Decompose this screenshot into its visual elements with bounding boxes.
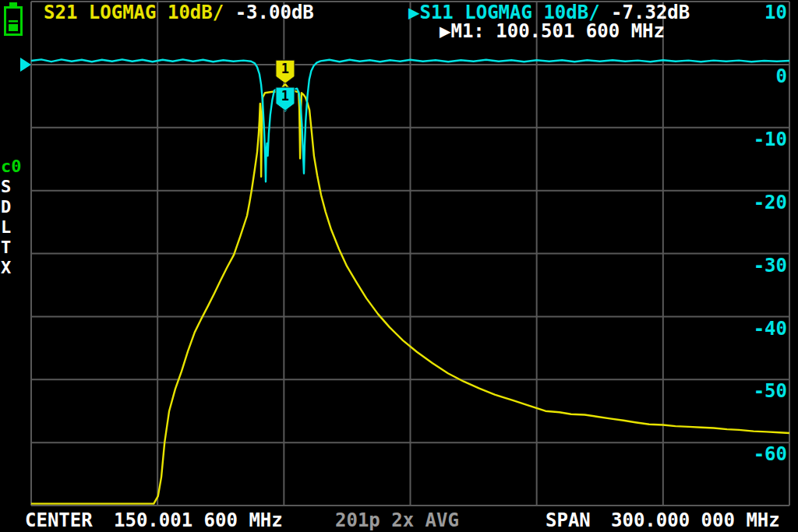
cal-flag: T bbox=[1, 238, 22, 258]
cal-flag: S bbox=[1, 177, 22, 197]
y-axis-label: -40 bbox=[754, 319, 787, 338]
s11-reference-marker-icon bbox=[20, 58, 31, 72]
trace-s21-status[interactable]: S21 LOGMAG 10dB/ -3.00dB bbox=[44, 3, 314, 22]
cal-flag: D bbox=[1, 197, 22, 217]
center-frequency-label[interactable]: CENTER bbox=[25, 511, 93, 530]
y-axis-label: -20 bbox=[754, 193, 787, 212]
cal-flag: L bbox=[1, 217, 22, 238]
center-frequency-value[interactable]: 150.001 600 MHz bbox=[114, 511, 283, 530]
battery-icon bbox=[3, 2, 26, 39]
y-axis-label: 10 bbox=[764, 3, 787, 22]
cal-flag: X bbox=[1, 258, 22, 278]
trace-s21-marker-value: -3.00dB bbox=[235, 2, 314, 23]
marker-flag-number: 1 bbox=[281, 61, 289, 76]
marker-flag-number: 1 bbox=[281, 88, 289, 104]
cal-slot: c0 bbox=[1, 157, 22, 177]
nanovna-screen: 11 S21 LOGMAG 10dB/ -3.00dB ▶S11 LOGMAG … bbox=[0, 0, 798, 532]
y-axis-label: 0 bbox=[776, 67, 787, 86]
y-axis-label: -10 bbox=[754, 130, 787, 149]
marker-readout[interactable]: ▶M1: 100.501 600 MHz bbox=[440, 22, 665, 41]
trace-s11-status[interactable]: ▶S11 LOGMAG 10dB/ -7.32dB bbox=[408, 3, 690, 22]
plot-area[interactable]: 11 bbox=[0, 0, 798, 532]
sweep-info: 201p 2x AVG bbox=[335, 511, 459, 530]
cal-status: c0 S D L T X bbox=[1, 157, 22, 278]
span-frequency-label[interactable]: SPAN bbox=[546, 511, 591, 530]
y-axis-label: -50 bbox=[754, 382, 787, 400]
y-axis-label: -30 bbox=[754, 256, 787, 275]
trace-s21-value bbox=[224, 2, 235, 23]
trace-s21-label: S21 LOGMAG 10dB/ bbox=[44, 2, 224, 23]
span-frequency-value[interactable]: 300.000 000 MHz bbox=[611, 511, 780, 530]
y-axis-label: -60 bbox=[754, 445, 787, 463]
